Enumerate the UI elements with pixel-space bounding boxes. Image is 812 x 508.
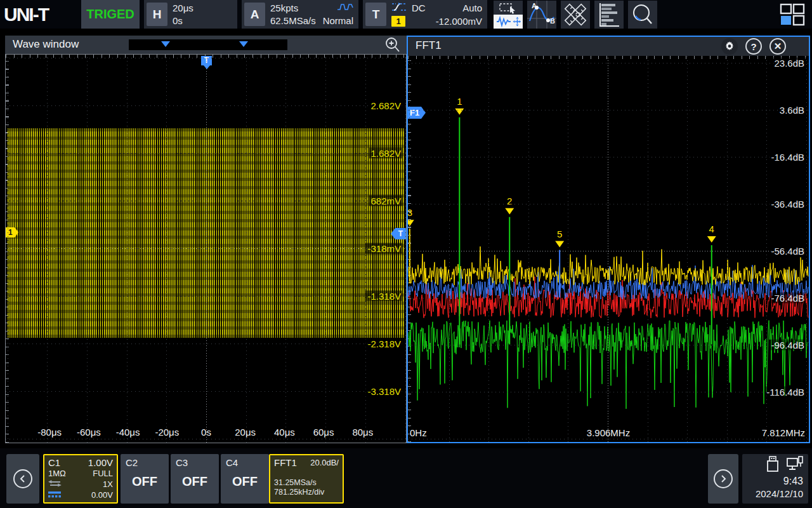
time-scale-label: 0s bbox=[201, 427, 211, 438]
voltage-scale-label: 682mV bbox=[369, 196, 403, 206]
fft-settings-button[interactable] bbox=[721, 38, 738, 55]
peak-marker-icon bbox=[408, 220, 414, 226]
acquire-section[interactable]: A 25kpts 62.5MSa/s Normal bbox=[242, 0, 358, 29]
c1-scale: 1.00V bbox=[88, 457, 113, 468]
zoom-in-icon[interactable] bbox=[384, 36, 402, 54]
chevron-left-icon bbox=[13, 469, 32, 488]
trigger-key: T bbox=[365, 3, 386, 26]
wave-window-panel: Wave window T 1 T 2.682V1.682V682mV-318m… bbox=[5, 36, 407, 443]
db-scale-label: -56.4dB bbox=[769, 246, 806, 257]
statistics-tool-button[interactable] bbox=[594, 1, 624, 29]
fft-plot-area[interactable]: 12345 F1 23.6dB3.6dB-16.4dB-36.4dB-56.4d… bbox=[408, 56, 809, 442]
memory-depth-value: 25kpts bbox=[270, 3, 298, 14]
c1-probe: 1X bbox=[103, 479, 113, 490]
peak-marker-number: 4 bbox=[709, 224, 714, 234]
grid-line bbox=[6, 105, 406, 106]
trigger-slope-icon bbox=[391, 2, 407, 15]
peak-marker-number: 2 bbox=[507, 196, 512, 206]
gear-icon bbox=[725, 41, 734, 52]
time-scale-label: 80μs bbox=[352, 427, 373, 438]
search-tool-button[interactable] bbox=[628, 1, 657, 29]
db-scale-label: -76.4dB bbox=[769, 293, 806, 304]
noise-floor-green bbox=[408, 321, 808, 409]
lan-remote-icon bbox=[787, 456, 803, 475]
search-icon bbox=[628, 1, 657, 29]
db-scale-label: -116.4dB bbox=[765, 387, 806, 398]
grid-line bbox=[405, 55, 406, 443]
time-scale-label: -80μs bbox=[37, 427, 62, 438]
peak-marker-number: 3 bbox=[408, 207, 412, 218]
svg-text:B: B bbox=[550, 17, 555, 25]
trigger-position-flag[interactable]: T bbox=[201, 56, 212, 65]
time-scale-label: -60μs bbox=[77, 427, 101, 438]
db-scale-label: 23.6dB bbox=[773, 58, 806, 69]
time-scale-label: -20μs bbox=[155, 427, 179, 438]
grid-line bbox=[6, 344, 406, 344]
channel-label: C4 bbox=[226, 457, 238, 468]
minimap-marker-left[interactable] bbox=[161, 41, 170, 47]
system-status-tile[interactable]: 9:43 2024/12/10 bbox=[742, 454, 808, 504]
channel-tile-c2[interactable]: C2OFF bbox=[121, 454, 169, 504]
timebase-value: 20μs bbox=[173, 3, 193, 14]
db-scale-label: -96.4dB bbox=[769, 340, 806, 351]
trigger-section[interactable]: T DC Auto 1 -1 bbox=[363, 0, 487, 29]
time-scale-label: 40μs bbox=[274, 427, 295, 438]
peak-marker-number: 1 bbox=[457, 96, 462, 107]
c1-bandwidth: FULL bbox=[93, 468, 113, 479]
grid-layout-icon bbox=[780, 3, 805, 26]
waveform-select-tool-button[interactable] bbox=[494, 1, 523, 29]
wave-plot-area[interactable]: T 1 T 2.682V1.682V682mV-318mV-1.318V-2.3… bbox=[5, 54, 407, 443]
measure-tool-button[interactable] bbox=[561, 1, 590, 29]
voltage-scale-label: -3.318V bbox=[365, 386, 403, 397]
bottom-bar: C11.00V 1MΩFULL 1X 0.00V C2OFFC3OFFC4OF bbox=[0, 448, 812, 508]
voltage-scale-label: 2.682V bbox=[369, 100, 403, 111]
fft-help-button[interactable]: ? bbox=[745, 38, 762, 55]
grid-line bbox=[6, 439, 406, 439]
channel-tile-c1[interactable]: C11.00V 1MΩFULL 1X 0.00V bbox=[43, 454, 118, 504]
fft-tile-sample-rate: 31.25MSa/s bbox=[274, 478, 339, 488]
wave-window-title: Wave window bbox=[13, 38, 79, 51]
db-scale-label: -16.4dB bbox=[769, 152, 806, 163]
bandwidth-limit-icon bbox=[48, 490, 61, 500]
scroll-right-button[interactable] bbox=[708, 454, 738, 504]
db-scale-label: 3.6dB bbox=[778, 105, 806, 116]
trigger-coupling-value: DC bbox=[412, 3, 426, 14]
time-scale-label: 60μs bbox=[313, 427, 334, 438]
cursor-tool-button[interactable]: A B bbox=[527, 1, 556, 29]
clock-time: 9:43 bbox=[747, 474, 803, 488]
trigger-level-value: -12.000mV bbox=[436, 16, 482, 27]
trigger-source-badge: 1 bbox=[391, 16, 405, 27]
selection-rect-icon bbox=[494, 1, 523, 15]
horizontal-minimap-bar[interactable] bbox=[129, 39, 287, 50]
voltage-scale-label: -1.318V bbox=[365, 291, 403, 302]
brand-logo: UNI-T bbox=[0, 0, 81, 29]
peak-marker-icon bbox=[455, 109, 464, 115]
sample-rate-value: 62.5MSa/s bbox=[270, 15, 316, 27]
horizontal-section[interactable]: H 20μs 0s bbox=[144, 0, 237, 29]
minimap-marker-right[interactable] bbox=[239, 41, 248, 47]
db-scale-label: -36.4dB bbox=[769, 199, 806, 210]
question-mark-icon: ? bbox=[750, 41, 756, 52]
fft-window-header: FFT1 ? ✕ bbox=[408, 37, 809, 56]
fft-tile-scale: 20.0dB/ bbox=[310, 457, 339, 468]
cursor-ab-icon: A B bbox=[527, 1, 556, 29]
channel-label: C2 bbox=[126, 457, 138, 468]
top-bar: UNI-T TRIGED H 20μs 0s A 25kpts 62.5MSa/… bbox=[0, 0, 812, 29]
fft-tile[interactable]: FFT120.0dB/ 31.25MSa/s 781.25kHz/div bbox=[269, 454, 344, 504]
frequency-scale-label: 7.812MHz bbox=[762, 427, 805, 438]
scroll-left-button[interactable] bbox=[6, 454, 39, 504]
fft-close-button[interactable]: ✕ bbox=[769, 38, 786, 55]
trigger-sweep-value: Auto bbox=[462, 3, 482, 14]
window-layout-button[interactable] bbox=[778, 1, 807, 29]
voltage-scale-label: -2.318V bbox=[365, 338, 403, 349]
time-scale-label: -40μs bbox=[116, 427, 140, 438]
peak-marker-icon bbox=[505, 208, 514, 215]
bar-stats-icon bbox=[594, 1, 624, 29]
horizontal-offset-value: 0s bbox=[173, 15, 183, 27]
measure-rulers-icon bbox=[561, 1, 590, 29]
channel-tile-c3[interactable]: C3OFF bbox=[171, 454, 219, 504]
channel-tile-c4[interactable]: C4OFF bbox=[221, 454, 269, 504]
svg-text:A: A bbox=[532, 2, 537, 10]
noise-floor-red bbox=[408, 277, 808, 318]
channel-state: OFF bbox=[126, 474, 164, 489]
